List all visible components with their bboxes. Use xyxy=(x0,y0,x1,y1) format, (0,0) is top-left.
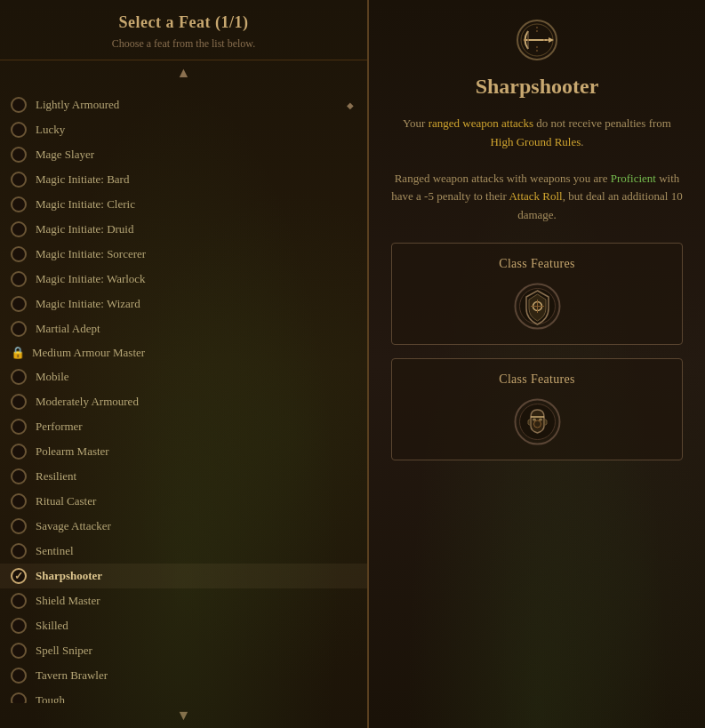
feat-name-sharpshooter: Sharpshooter xyxy=(36,569,354,583)
radio-magic-initiate-sorcerer xyxy=(11,246,27,262)
feat-item-moderately-armoured[interactable]: Moderately Armoured xyxy=(0,389,367,414)
feat-item-tough[interactable]: Tough xyxy=(0,688,367,703)
feat-item-magic-initiate-wizard[interactable]: Magic Initiate: Wizard xyxy=(0,292,367,316)
svg-point-19 xyxy=(539,418,542,420)
radio-magic-initiate-druid xyxy=(11,221,27,237)
feat-icon-area xyxy=(515,18,559,66)
lock-icon-medium-armour-master: 🔒 xyxy=(11,346,25,360)
feat-item-magic-initiate-bard[interactable]: Magic Initiate: Bard xyxy=(0,167,367,192)
scroll-up-arrow[interactable]: ▲ xyxy=(0,60,367,85)
radio-magic-initiate-warlock xyxy=(11,271,27,287)
class-feature-card-2: Class Features xyxy=(391,358,683,460)
radio-ritual-caster xyxy=(11,493,27,509)
feat-name-magic-initiate-bard: Magic Initiate: Bard xyxy=(36,172,354,187)
feat-name-magic-initiate-sorcerer: Magic Initiate: Sorcerer xyxy=(36,247,354,261)
radio-lightly-armoured xyxy=(11,97,27,113)
class-feature-label-1: Class Features xyxy=(499,257,574,271)
feat-name-spell-sniper: Spell Sniper xyxy=(36,644,354,658)
feat-item-magic-initiate-druid[interactable]: Magic Initiate: Druid xyxy=(0,217,367,242)
panel-title: Select a Feat (1/1) xyxy=(18,13,349,32)
feat-name-shield-master: Shield Master xyxy=(36,594,354,608)
class-feature-icon-2 xyxy=(513,397,562,446)
feat-item-magic-initiate-warlock[interactable]: Magic Initiate: Warlock xyxy=(0,267,367,292)
feat-item-polearm-master[interactable]: Polearm Master xyxy=(0,439,367,464)
feat-name-sentinel: Sentinel xyxy=(36,544,354,558)
feat-item-performer[interactable]: Performer xyxy=(0,414,367,439)
scroll-down-arrow[interactable]: ▼ xyxy=(0,703,367,728)
left-panel: Select a Feat (1/1) Choose a feat from t… xyxy=(0,0,369,728)
feat-list: Lightly Armoured◆LuckyMage SlayerMagic I… xyxy=(0,85,367,703)
feat-name-tavern-brawler: Tavern Brawler xyxy=(36,668,354,683)
feat-name-tough: Tough xyxy=(36,693,354,703)
radio-mage-slayer xyxy=(11,147,27,163)
radio-skilled xyxy=(11,618,27,634)
feat-item-skilled[interactable]: Skilled xyxy=(0,613,367,638)
radio-magic-initiate-cleric xyxy=(11,196,27,212)
feat-name-resilient: Resilient xyxy=(36,469,354,484)
feat-item-sharpshooter[interactable]: Sharpshooter xyxy=(0,564,367,588)
feat-detail-title: Sharpshooter xyxy=(476,75,599,99)
feat-name-lucky: Lucky xyxy=(36,123,354,137)
feat-item-resilient[interactable]: Resilient xyxy=(0,464,367,489)
highlight-proficient: Proficient xyxy=(611,172,656,185)
radio-magic-initiate-bard xyxy=(11,172,27,188)
feat-item-savage-attacker[interactable]: Savage Attacker xyxy=(0,514,367,539)
highlight-high-ground: High Ground Rules xyxy=(490,135,581,148)
feat-item-martial-adept[interactable]: Martial Adept xyxy=(0,316,367,341)
feat-name-savage-attacker: Savage Attacker xyxy=(36,519,354,533)
feat-name-performer: Performer xyxy=(36,420,354,434)
radio-polearm-master xyxy=(11,444,27,460)
feat-item-spell-sniper[interactable]: Spell Sniper xyxy=(0,638,367,663)
panel-header: Select a Feat (1/1) Choose a feat from t… xyxy=(0,0,367,60)
highlight-ranged-attacks: ranged weapon attacks xyxy=(429,116,533,130)
radio-savage-attacker xyxy=(11,518,27,534)
radio-shield-master xyxy=(11,593,27,609)
feat-item-magic-initiate-cleric[interactable]: Magic Initiate: Cleric xyxy=(0,192,367,217)
feat-name-ritual-caster: Ritual Caster xyxy=(36,494,354,508)
feat-name-magic-initiate-cleric: Magic Initiate: Cleric xyxy=(36,197,354,212)
radio-tough xyxy=(11,692,27,703)
feat-name-mage-slayer: Mage Slayer xyxy=(36,148,354,162)
radio-sharpshooter xyxy=(11,568,27,584)
radio-spell-sniper xyxy=(11,643,27,659)
radio-tavern-brawler xyxy=(11,668,27,684)
feat-item-ritual-caster[interactable]: Ritual Caster xyxy=(0,489,367,514)
radio-moderately-armoured xyxy=(11,394,27,410)
feat-name-skilled: Skilled xyxy=(36,619,354,633)
main-container: Select a Feat (1/1) Choose a feat from t… xyxy=(0,0,705,728)
feat-item-tavern-brawler[interactable]: Tavern Brawler xyxy=(0,663,367,688)
class-feature-icon-1 xyxy=(513,282,562,331)
radio-sentinel xyxy=(11,543,27,559)
feat-item-lucky[interactable]: Lucky xyxy=(0,117,367,142)
feat-name-magic-initiate-druid: Magic Initiate: Druid xyxy=(36,222,354,236)
radio-lucky xyxy=(11,122,27,138)
highlight-attack-roll: Attack Roll xyxy=(509,189,562,203)
feat-item-sentinel[interactable]: Sentinel xyxy=(0,539,367,564)
panel-subtitle: Choose a feat from the list below. xyxy=(18,37,349,51)
feat-name-magic-initiate-wizard: Magic Initiate: Wizard xyxy=(36,297,354,311)
radio-martial-adept xyxy=(11,321,27,337)
feat-item-mobile[interactable]: Mobile xyxy=(0,364,367,389)
feat-description-1: Your ranged weapon attacks do not receiv… xyxy=(391,115,683,152)
radio-magic-initiate-wizard xyxy=(11,296,27,312)
feat-main-icon xyxy=(515,18,559,62)
feat-name-mobile: Mobile xyxy=(36,370,354,384)
right-panel: Sharpshooter Your ranged weapon attacks … xyxy=(369,0,705,728)
feat-item-lightly-armoured[interactable]: Lightly Armoured◆ xyxy=(0,92,367,117)
feat-name-polearm-master: Polearm Master xyxy=(36,444,354,459)
radio-mobile xyxy=(11,369,27,385)
radio-performer xyxy=(11,419,27,435)
feat-name-lightly-armoured: Lightly Armoured xyxy=(36,98,342,112)
feat-item-mage-slayer[interactable]: Mage Slayer xyxy=(0,142,367,167)
class-feature-label-2: Class Features xyxy=(499,372,574,387)
svg-point-18 xyxy=(533,418,536,420)
feat-name-moderately-armoured: Moderately Armoured xyxy=(36,395,354,409)
class-feature-card-1: Class Features xyxy=(391,243,683,345)
feat-description-2: Ranged weapon attacks with weapons you a… xyxy=(391,170,683,225)
feat-item-magic-initiate-sorcerer[interactable]: Magic Initiate: Sorcerer xyxy=(0,242,367,267)
feat-item-medium-armour-master[interactable]: 🔒Medium Armour Master xyxy=(0,341,367,364)
feat-diamond-lightly-armoured: ◆ xyxy=(347,100,354,110)
feat-name-medium-armour-master: Medium Armour Master xyxy=(32,346,354,360)
feat-item-shield-master[interactable]: Shield Master xyxy=(0,588,367,613)
feat-name-martial-adept: Martial Adept xyxy=(36,322,354,336)
